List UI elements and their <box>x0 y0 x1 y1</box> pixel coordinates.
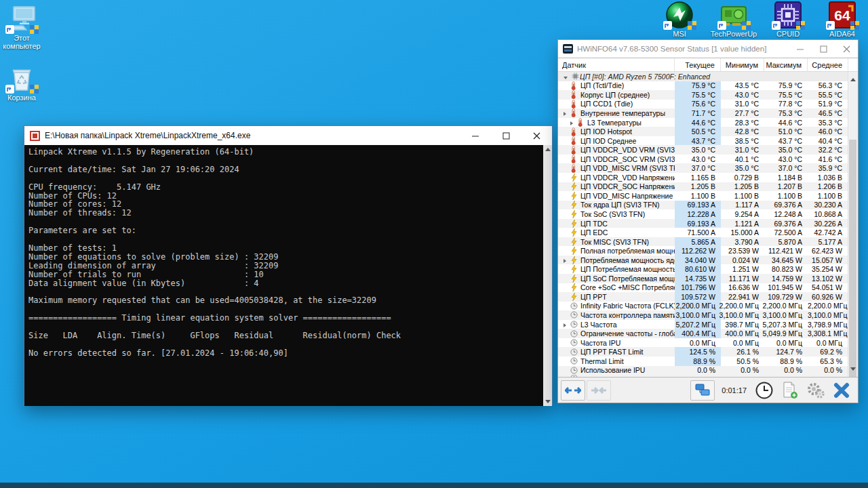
value-minimum: 1.121 A <box>721 219 764 228</box>
sensor-row[interactable]: ЦП VDD_MISC Напряжение (SVI...1.100 В1.1… <box>558 191 848 201</box>
sensor-label: Core +SoC +MISC Потребляемая... <box>580 283 675 291</box>
value-average: 41.6 °C <box>808 155 848 164</box>
console-close-button[interactable] <box>521 126 552 145</box>
shortcut-arrow-icon <box>663 21 672 30</box>
desktop-icon-recycle-bin[interactable]: Корзина <box>0 65 43 102</box>
sensor-row[interactable]: L3 Частота5,207.2 МГц398.7 МГц5,207.3 МГ… <box>558 320 848 329</box>
shortcut-arrow-icon <box>717 21 726 30</box>
sensor-group-header[interactable]: ЦП [#0]: AMD Ryzen 5 7500F: Enhanced <box>558 72 848 81</box>
column-header-current[interactable]: Текущее <box>675 58 721 71</box>
value-average: 3,100.0 МГц <box>808 310 848 320</box>
sensor-row[interactable]: ЦП EDC71.500 A15.000 A72.500 A42.742 A <box>558 228 848 237</box>
sensor-row[interactable]: ЦП PPT109.572 W22.941 W109.729 W60.926 W <box>558 292 848 302</box>
sensor-row[interactable]: ЦП CCD1 (Tdie)75.6 °C31.0 °C77.8 °C51.9 … <box>558 100 848 109</box>
lightning-bolt-icon <box>571 174 577 182</box>
sensor-row[interactable]: Корпус ЦП (среднее)75.5 °C43.0 °C75.5 °C… <box>558 90 848 100</box>
hwinfo-window: HWiNFO64 v7.68-5300 Sensor Status [1 val… <box>557 39 859 403</box>
sensor-row[interactable]: Внутренние температуры71.7 °C27.7 °C75.3… <box>558 108 848 118</box>
clock-small-icon <box>570 375 578 377</box>
value-maximum: 69.376 A <box>764 219 808 228</box>
value-current: 5.865 A <box>675 237 721 247</box>
sensor-row[interactable]: L3 Температуры44.6 °C28.3 °C44.6 °C35.3 … <box>558 118 848 127</box>
collapse-chevron-icon[interactable] <box>564 73 570 81</box>
value-current: 43.0 °C <box>675 155 721 164</box>
column-header-sensor[interactable]: Датчик <box>558 58 675 71</box>
remote-sensors-button[interactable] <box>690 380 715 401</box>
value-current: 5,207.2 МГц <box>675 320 721 329</box>
history-inner-arrows-button[interactable] <box>587 380 611 401</box>
sensor-row[interactable]: Core +SoC +MISC Потребляемая...101.796 W… <box>558 283 848 293</box>
sensor-label: Полная потребляемая мощност... <box>580 247 675 255</box>
lightning-bolt-icon <box>571 283 577 291</box>
sensor-row[interactable]: ЦП VDDCR_VDD Напряжение (S...1.165 В0.72… <box>558 173 848 182</box>
cpu-chip-icon <box>572 73 579 80</box>
scroll-down-icon[interactable] <box>850 367 856 371</box>
history-back-forward-button[interactable] <box>561 380 585 401</box>
sensor-row[interactable]: Частота IPU0.0 МГц0.0 МГц0.0 МГц0.0 МГц <box>558 338 848 348</box>
thermometer-icon <box>570 127 577 136</box>
sensor-scrollbar[interactable] <box>848 72 858 377</box>
expand-chevron-icon[interactable] <box>562 321 569 329</box>
report-button[interactable] <box>778 380 802 401</box>
sensor-row[interactable]: Thermal Limit88.9 %50.5 %88.9 %65.3 % <box>558 357 848 366</box>
sensor-row[interactable]: Ток MISC (SVI3 TFN)5.865 A3.790 A5.870 A… <box>558 237 848 247</box>
sensor-row[interactable]: Ограничение частоты - глобал...400.4 МГц… <box>558 329 848 338</box>
sensor-row[interactable]: ЦП VDD_MISC VRM (SVI3 TFN)37.0 °C35.0 °C… <box>558 163 848 173</box>
expand-chevron-icon[interactable] <box>562 109 569 117</box>
sensor-row[interactable]: Infinity Fabric Частота (FCLK)2,200.0 МГ… <box>558 302 848 311</box>
column-header-average[interactable]: Среднее <box>808 58 848 71</box>
value-average: 2,200.0 МГц <box>808 302 848 311</box>
value-minimum: 42.8 °C <box>721 127 764 136</box>
sensor-row-partial[interactable] <box>558 375 848 377</box>
sensor-row[interactable]: ЦП IOD Среднее43.7 °C38.5 °C43.7 °C40.4 … <box>558 136 848 146</box>
lightning-bolt-icon <box>571 265 577 273</box>
hwinfo-maximize-button[interactable] <box>812 40 835 58</box>
scrollbar-thumb[interactable] <box>849 140 856 377</box>
value-average: 35.3 °C <box>808 118 848 127</box>
sensor-row[interactable]: ЦП (Tctl/Tdie)75.9 °C43.5 °C75.9 °C56.3 … <box>558 81 848 91</box>
value-average: 69.2 % <box>808 347 848 357</box>
sensor-row[interactable]: Использование IPU0.0 %0.0 %0.0 %0.0 % <box>558 366 848 375</box>
hwinfo-close-button[interactable] <box>835 40 858 58</box>
clock-button[interactable] <box>752 380 776 401</box>
lightning-bolt-icon <box>571 210 577 218</box>
scroll-down-icon[interactable] <box>545 400 551 403</box>
console-scrollbar[interactable] <box>543 145 552 406</box>
sensor-row[interactable]: Частота контроллера памяти (...3,100.0 М… <box>558 310 848 320</box>
sensor-row[interactable]: Полная потребляемая мощност...112.262 W2… <box>558 246 848 256</box>
sensor-row[interactable]: ЦП SoC Потребляемая мощност...14.735 W11… <box>558 274 848 283</box>
thermometer-icon <box>577 118 584 127</box>
sensor-row[interactable]: ЦП TDC69.193 A1.121 A69.376 A30.226 A <box>558 219 848 228</box>
column-header-minimum[interactable]: Минимум <box>721 58 764 71</box>
value-minimum: 400.0 МГц <box>721 329 764 338</box>
group-title: ЦП [#0]: AMD Ryzen 5 7500F: Enhanced <box>580 73 710 81</box>
hwinfo-minimize-button[interactable] <box>789 40 812 58</box>
value-average: 0.0 МГц <box>808 338 848 348</box>
sensor-row[interactable]: Ток ядра ЦП (SVI3 TFN)69.193 A1.117 A69.… <box>558 201 848 210</box>
sensor-label: ЦП (Tctl/Tdie) <box>580 81 624 89</box>
hwinfo-title-bar[interactable]: HWiNFO64 v7.68-5300 Sensor Status [1 val… <box>558 40 858 58</box>
console-title-bar[interactable]: E:\Новая папка\Linpack Xtreme\LinpackXtr… <box>24 126 552 145</box>
sensor-row[interactable]: Потребляемая мощность ядер34.040 W0.024 … <box>558 256 848 265</box>
sensor-row[interactable]: ЦП IOD Hotspot50.5 °C42.8 °C51.0 °C46.0 … <box>558 127 848 136</box>
sensor-label: Ток MISC (SVI3 TFN) <box>580 238 649 246</box>
column-header-maximum[interactable]: Максимум <box>764 58 808 71</box>
exit-button[interactable] <box>829 380 854 401</box>
sensor-row[interactable]: ЦП PPT FAST Limit124.5 %26.1 %124.7 %69.… <box>558 347 848 357</box>
sensor-label: ЦП VDDCR_VDD Напряжение (S... <box>580 174 675 182</box>
sensor-row[interactable]: ЦП VDDCR_SOC VRM (SVI3 TFN)43.0 °C40.1 °… <box>558 155 848 164</box>
scroll-up-icon[interactable] <box>850 78 856 81</box>
sensor-row[interactable]: ЦП VDDCR_VDD VRM (SVI3 TFN)35.0 °C31.0 °… <box>558 145 848 155</box>
thermometer-icon <box>570 164 577 173</box>
sensor-row[interactable]: ЦП VDDCR_SOC Напряжение (S...1.205 В1.20… <box>558 182 848 192</box>
console-minimize-button[interactable] <box>460 126 491 145</box>
sensor-row[interactable]: Ток SoC (SVI3 TFN)12.228 A9.254 A12.248 … <box>558 209 848 219</box>
desktop-icon-this-pc[interactable]: Этот компьютер <box>0 5 43 50</box>
expand-chevron-icon[interactable] <box>569 119 576 127</box>
settings-button[interactable] <box>804 380 828 401</box>
scroll-up-icon[interactable] <box>545 148 551 151</box>
console-maximize-button[interactable] <box>491 126 521 145</box>
lightning-bolt-icon <box>571 228 577 237</box>
expand-chevron-icon[interactable] <box>562 256 569 264</box>
sensor-row[interactable]: ЦП Потребляемая мощность яд...80.610 W1.… <box>558 264 848 274</box>
